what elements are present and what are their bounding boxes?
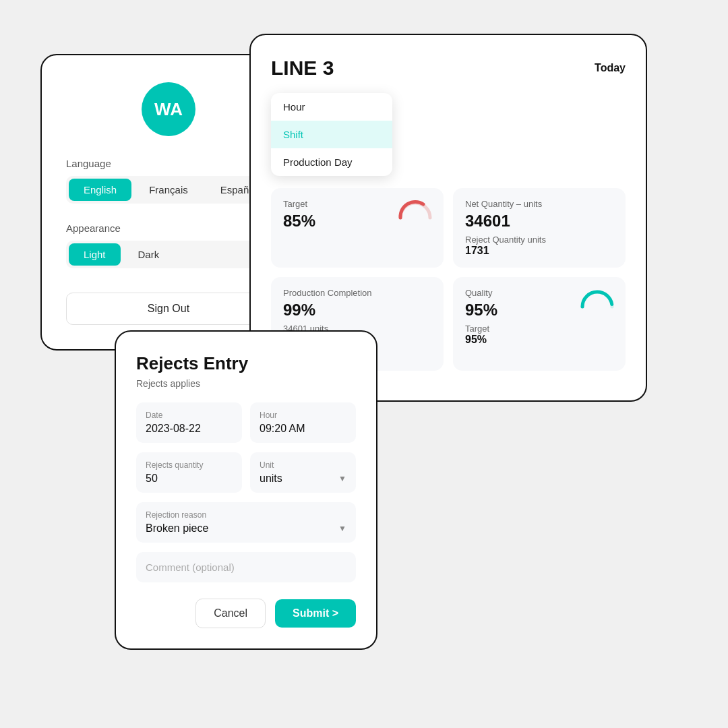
theme-toggle-group: Light Dark [66,241,271,268]
comment-field[interactable]: Comment (optional) [136,552,356,582]
date-value: 2023-08-22 [146,423,233,435]
hour-label: Hour [260,411,346,420]
theme-dark[interactable]: Dark [123,243,175,266]
quantity-unit-row: Rejects quantity 50 Unit units ▼ [136,452,356,493]
quality-target-label: Target [465,324,613,334]
unit-label: Unit [260,460,346,470]
dropdown-hour[interactable]: Hour [271,93,392,121]
date-label: Date [146,411,233,420]
rejects-qty-label: Rejects quantity [146,460,233,470]
dropdown-production-day[interactable]: Production Day [271,148,392,176]
appearance-label: Appearance [66,222,271,234]
rejection-reason-chevron-icon: ▼ [338,524,346,533]
theme-light[interactable]: Light [69,243,121,266]
avatar: WA [142,82,195,136]
target-card: Target 85% [271,188,444,268]
reject-quantity-value: 1731 [465,245,613,257]
rejects-quantity-field[interactable]: Rejects quantity 50 [136,452,242,493]
quality-gauge [578,286,616,313]
sign-out-button[interactable]: Sign Out [66,293,271,325]
dashboard-header: LINE 3 Today [271,57,626,80]
unit-chevron-icon: ▼ [338,474,346,483]
language-label: Language [66,158,271,169]
language-english[interactable]: English [69,179,131,201]
view-dropdown[interactable]: Hour Shift Production Day [271,93,392,176]
dropdown-shift[interactable]: Shift [271,121,392,148]
rejects-qty-value: 50 [146,473,233,485]
rejection-reason-value: Broken piece ▼ [146,522,346,535]
quality-card: Quality 95% Target 95% [453,277,626,371]
quality-target-value: 95% [465,334,613,346]
net-quantity-label: Net Quantity – units [465,199,613,209]
reject-quantity-label: Reject Quantity units [465,235,613,245]
stats-row-top: Target 85% Net Quantity – units 34601 Re… [271,188,626,268]
production-completion-label: Production Completion [283,288,431,298]
today-label: Today [595,62,626,74]
date-hour-row: Date 2023-08-22 Hour 09:20 AM [136,402,356,443]
unit-value: units ▼ [260,473,346,485]
rejection-reason-field[interactable]: Rejection reason Broken piece ▼ [136,502,356,543]
language-toggle-group: English Français Español [66,176,271,204]
form-actions: Cancel Submit > [136,599,356,628]
language-french[interactable]: Français [134,179,203,201]
cancel-button[interactable]: Cancel [195,599,266,628]
hour-field[interactable]: Hour 09:20 AM [250,402,356,443]
line-title: LINE 3 [271,57,334,80]
net-quantity-card: Net Quantity – units 34601 Reject Quanti… [453,188,626,268]
unit-field[interactable]: Unit units ▼ [250,452,356,493]
date-field[interactable]: Date 2023-08-22 [136,402,242,443]
rejection-reason-label: Rejection reason [146,510,346,520]
submit-button[interactable]: Submit > [275,599,356,628]
production-completion-value: 99% [283,301,431,320]
rejects-applies-label: Rejects applies [136,378,356,389]
hour-value: 09:20 AM [260,423,346,435]
rejects-entry-card: Rejects Entry Rejects applies Date 2023-… [115,330,377,650]
net-quantity-value: 34601 [465,212,613,231]
rejects-entry-title: Rejects Entry [136,353,356,374]
target-gauge [396,198,434,224]
